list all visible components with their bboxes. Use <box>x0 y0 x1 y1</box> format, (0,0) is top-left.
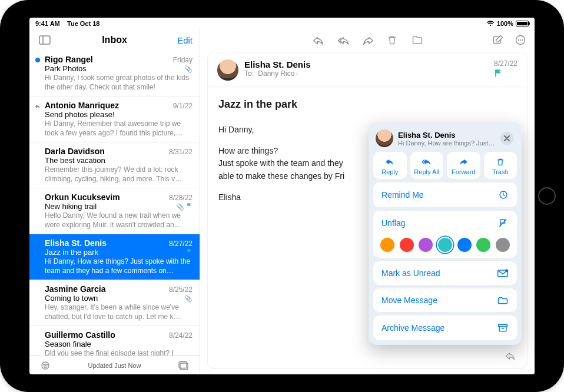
attachment-icon: 📎 <box>184 65 193 72</box>
message-item[interactable]: Guillermo Castillo8/24/22Season finaleDi… <box>29 326 200 356</box>
mail-header: Elisha St. Denis To: Danny Rico › 8/27/2… <box>208 52 527 87</box>
folder-icon[interactable] <box>411 34 423 46</box>
remind-me-button[interactable]: Remind Me <box>373 182 517 207</box>
flag-color-dot[interactable] <box>419 238 433 252</box>
svg-rect-0 <box>39 36 50 44</box>
close-button[interactable] <box>500 132 513 145</box>
filter-button[interactable] <box>38 359 53 372</box>
svg-point-7 <box>518 39 519 41</box>
svg-rect-14 <box>499 324 507 326</box>
sidebar-footer: Updated Just Now <box>29 356 200 374</box>
reply-all-icon[interactable] <box>337 34 349 46</box>
message-preview: Hi Danny, I took some great photos of th… <box>45 73 193 92</box>
mail-date: 8/27/22 <box>494 59 517 68</box>
flag-color-dot[interactable] <box>496 238 510 252</box>
trash-icon[interactable] <box>386 34 398 46</box>
sender-avatar[interactable] <box>217 59 238 81</box>
compose-stack-button[interactable] <box>176 358 191 373</box>
forward-icon <box>448 157 479 167</box>
message-subject: Season finale <box>45 340 193 348</box>
replied-icon <box>34 103 41 110</box>
quick-reply-icon[interactable] <box>505 350 516 362</box>
wifi-icon <box>486 21 495 26</box>
message-item[interactable]: Elisha St. Denis8/27/22Jazz in the park … <box>29 234 200 280</box>
home-button[interactable] <box>538 187 556 205</box>
archive-icon <box>497 323 509 333</box>
message-item[interactable]: Orkun Kucuksevim8/28/22New hiking trail📎… <box>29 188 200 234</box>
mail-to[interactable]: To: Danny Rico › <box>244 69 488 78</box>
popover-from: Elisha St. Denis <box>398 131 496 139</box>
flag-icon <box>494 69 517 77</box>
message-item[interactable]: Darla Davidson8/31/22The best vacationRe… <box>29 142 200 188</box>
message-list[interactable]: Rigo RangelFridayPark Photos📎Hi Danny, I… <box>29 51 200 356</box>
flag-color-dot[interactable] <box>457 238 472 252</box>
message-subject: Coming to town📎 <box>45 294 193 303</box>
message-date: 8/27/22 <box>169 240 193 248</box>
status-left: 9:41 AM Tue Oct 18 <box>35 20 99 27</box>
popover-header: Elisha St. Denis Hi Danny, How are thing… <box>373 127 517 152</box>
message-preview: Hi Danny, Remember that awesome trip we … <box>45 119 193 138</box>
sync-status: Updated Just Now <box>38 362 191 369</box>
archive-button[interactable]: Archive Message <box>373 315 517 340</box>
message-item[interactable]: Antonio Manriquez9/1/22Send photos pleas… <box>29 97 200 142</box>
forward-icon[interactable] <box>361 34 373 46</box>
message-preview: Remember this journey? We did a lot: roc… <box>45 165 193 184</box>
status-bar: 9:41 AM Tue Oct 18 100% <box>29 18 535 29</box>
message-subject: Jazz in the park <box>45 248 193 257</box>
message-date: 8/24/22 <box>169 331 193 340</box>
svg-point-8 <box>520 39 521 41</box>
status-date: Tue Oct 18 <box>67 20 99 27</box>
action-row: Reply Reply All Forward Trash <box>373 152 517 179</box>
message-subject: Park Photos📎 <box>45 64 193 73</box>
mail-subject: Jazz in the park <box>218 97 516 113</box>
message-date: Friday <box>173 56 193 64</box>
more-icon[interactable] <box>515 34 526 46</box>
screen: 9:41 AM Tue Oct 18 100% <box>29 18 535 374</box>
reply-icon[interactable] <box>312 34 324 46</box>
attachment-icon: 📎 <box>176 203 184 210</box>
flag-color-dot[interactable] <box>438 238 452 252</box>
message-subject: The best vacation <box>45 156 193 165</box>
popover-preview: Hi Danny, How are things? Just spoke… <box>398 139 496 147</box>
edit-button[interactable]: Edit <box>177 35 193 45</box>
compose-icon[interactable] <box>492 34 504 46</box>
message-date: 9/1/22 <box>173 102 193 110</box>
flag-icon <box>184 203 193 210</box>
message-sender: Orkun Kucuksevim <box>45 192 120 202</box>
battery-pct: 100% <box>497 20 513 27</box>
message-sender: Jasmine Garcia <box>45 284 106 294</box>
move-message-button[interactable]: Move Message <box>373 288 517 312</box>
trash-button[interactable]: Trash <box>484 152 517 179</box>
folder-icon <box>497 295 509 305</box>
message-item[interactable]: Rigo RangelFridayPark Photos📎Hi Danny, I… <box>29 51 200 97</box>
sidebar-title: Inbox <box>37 35 193 45</box>
actions-popover: Elisha St. Denis Hi Danny, How are thing… <box>369 122 522 345</box>
flag-icon <box>186 249 193 256</box>
attachment-icon: 📎 <box>184 295 193 302</box>
message-sender: Guillermo Castillo <box>45 330 115 340</box>
reply-all-button[interactable]: Reply All <box>410 152 444 179</box>
message-item[interactable]: Jasmine Garcia8/25/22Coming to town📎Hey,… <box>29 280 200 326</box>
flag-color-dot[interactable] <box>380 238 394 252</box>
mailbox-sidebar: Inbox Edit Rigo RangelFridayPark Photos📎… <box>29 29 200 374</box>
mark-unread-button[interactable]: Mark as Unread <box>373 261 517 285</box>
mail-from[interactable]: Elisha St. Denis <box>244 59 488 69</box>
sidebar-toggle-button[interactable] <box>37 33 53 47</box>
chevron-right-icon: › <box>296 71 297 77</box>
message-date: 8/31/22 <box>169 148 193 156</box>
message-sender: Darla Davidson <box>45 147 105 156</box>
forward-button[interactable]: Forward <box>447 152 480 179</box>
message-date: 8/28/22 <box>169 194 193 202</box>
message-preview: Hey, stranger. It's been a while since w… <box>45 303 193 321</box>
ipad-frame: 9:41 AM Tue Oct 18 100% <box>0 0 564 392</box>
reply-button[interactable]: Reply <box>373 152 407 179</box>
reader-toolbar <box>200 29 535 51</box>
reply-all-icon <box>412 157 443 167</box>
message-subject: New hiking trail📎 <box>45 202 193 211</box>
message-preview: Did you see the final episode last night… <box>45 348 193 356</box>
flag-color-dot[interactable] <box>476 238 490 252</box>
clock-icon <box>498 190 509 200</box>
mail-app: Inbox Edit Rigo RangelFridayPark Photos📎… <box>29 29 535 374</box>
flag-color-row <box>373 232 517 258</box>
flag-color-dot[interactable] <box>400 238 414 252</box>
